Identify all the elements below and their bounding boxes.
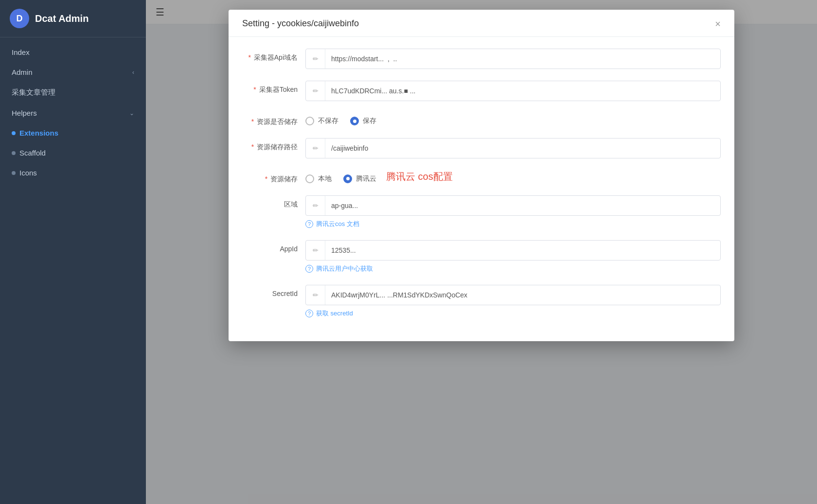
sidebar-item-label: Admin	[12, 68, 33, 76]
appid-input-wrapper: ✏	[305, 240, 721, 261]
resource-path-input-wrapper: ✏	[305, 138, 721, 158]
radio-save[interactable]: 保存	[350, 117, 376, 125]
main-area: ☰ Setting - ycookies/caijiwebinfo × * 采集…	[146, 0, 817, 504]
region-input[interactable]	[325, 197, 720, 214]
secret-id-input-wrapper: ✏	[305, 285, 721, 305]
resource-path-input[interactable]	[325, 140, 720, 156]
sidebar-item-label: Helpers	[12, 109, 37, 117]
sidebar-item-icons[interactable]: Icons	[0, 163, 146, 183]
sidebar-item-label: Extensions	[19, 129, 58, 137]
radio-label-no-save: 不保存	[318, 117, 338, 125]
radio-local[interactable]: 本地	[305, 174, 332, 183]
field-label-resource-storage: * 资源储存	[242, 170, 305, 184]
edit-icon: ✏	[306, 81, 325, 101]
modal-title: Setting - ycookies/caijiwebinfo	[242, 18, 359, 29]
sidebar-item-index[interactable]: Index	[0, 42, 146, 62]
field-resource-path: * 资源储存路径 ✏	[242, 138, 721, 158]
resource-storage-radio-group: 本地 腾讯云	[305, 171, 376, 183]
radio-circle-local	[305, 174, 314, 183]
radio-circle-tencent	[343, 174, 352, 183]
field-label-token: * 采集器Token	[242, 81, 305, 94]
radio-tencent[interactable]: 腾讯云	[343, 174, 376, 183]
radio-no-save[interactable]: 不保存	[305, 117, 338, 125]
region-input-wrapper: ✏	[305, 195, 721, 216]
field-api-domain: * 采集器Api域名 ✏	[242, 49, 721, 69]
api-domain-input-wrapper: ✏	[305, 49, 721, 69]
field-appid: AppId ✏ ? 腾讯云用户中心获取	[242, 240, 721, 273]
radio-label-save: 保存	[363, 117, 376, 125]
modal-body: * 采集器Api域名 ✏ * 采集器Token	[229, 37, 734, 341]
appid-help-link[interactable]: 腾讯云用户中心获取	[316, 264, 373, 273]
sidebar-nav: Index Admin ‹ 采集文章管理 Helpers ⌄ Extension…	[0, 37, 146, 188]
settings-modal: Setting - ycookies/caijiwebinfo × * 采集器A…	[229, 10, 734, 341]
sidebar-item-scaffold[interactable]: Scaffold	[0, 143, 146, 163]
edit-icon: ✏	[306, 196, 325, 215]
chevron-icon: ‹	[132, 69, 134, 76]
edit-icon: ✏	[306, 285, 325, 305]
sidebar: D Dcat Admin Index Admin ‹ 采集文章管理 Helper…	[0, 0, 146, 504]
field-label-region: 区域	[242, 195, 305, 209]
secret-id-help: ? 获取 secretId	[305, 309, 721, 318]
sidebar-header: D Dcat Admin	[0, 0, 146, 37]
help-icon: ?	[305, 220, 313, 228]
field-label-secret-id: SecretId	[242, 285, 305, 297]
dot-icon	[12, 151, 16, 155]
edit-icon: ✏	[306, 49, 325, 69]
sidebar-item-label: Icons	[19, 169, 37, 177]
radio-label-tencent: 腾讯云	[356, 174, 376, 183]
modal-close-button[interactable]: ×	[715, 19, 721, 29]
cos-annotation: 腾讯云 cos配置	[386, 170, 453, 183]
appid-help: ? 腾讯云用户中心获取	[305, 264, 721, 273]
radio-label-local: 本地	[318, 174, 332, 183]
field-label-resource-path: * 资源储存路径	[242, 138, 305, 152]
sidebar-item-label: Scaffold	[19, 149, 46, 157]
chevron-down-icon: ⌄	[129, 110, 134, 117]
radio-circle-no-save	[305, 117, 314, 125]
field-token: * 采集器Token ✏	[242, 81, 721, 101]
sidebar-item-caiji[interactable]: 采集文章管理	[0, 82, 146, 103]
dot-icon	[12, 171, 16, 175]
appid-input[interactable]	[325, 242, 720, 259]
app-name: Dcat Admin	[35, 13, 89, 24]
save-resource-radio-group: 不保存 保存	[305, 113, 721, 125]
secret-id-input[interactable]	[325, 287, 720, 303]
sidebar-item-label: Index	[12, 48, 30, 56]
field-label-api-domain: * 采集器Api域名	[242, 49, 305, 62]
sidebar-item-label: 采集文章管理	[12, 88, 55, 97]
sidebar-item-extensions[interactable]: Extensions	[0, 123, 146, 143]
field-label-save-resource: * 资源是否储存	[242, 113, 305, 126]
secret-id-help-link[interactable]: 获取 secretId	[316, 309, 353, 318]
token-input[interactable]	[325, 83, 720, 99]
field-resource-storage: * 资源储存 本地 腾讯云 腾讯云 cos配置	[242, 170, 721, 184]
help-icon: ?	[305, 265, 313, 273]
modal-header: Setting - ycookies/caijiwebinfo ×	[229, 10, 734, 37]
field-region: 区域 ✏ ? 腾讯云cos 文档	[242, 195, 721, 228]
app-logo: D	[10, 9, 29, 28]
sidebar-item-admin[interactable]: Admin ‹	[0, 62, 146, 82]
field-label-appid: AppId	[242, 240, 305, 253]
edit-icon: ✏	[306, 241, 325, 260]
field-secret-id: SecretId ✏ ? 获取 secretId	[242, 285, 721, 318]
token-input-wrapper: ✏	[305, 81, 721, 101]
active-dot-icon	[12, 131, 16, 135]
edit-icon: ✏	[306, 139, 325, 158]
sidebar-item-helpers[interactable]: Helpers ⌄	[0, 103, 146, 123]
region-help-link[interactable]: 腾讯云cos 文档	[316, 220, 359, 228]
radio-circle-save	[350, 117, 359, 125]
field-save-resource: * 资源是否储存 不保存 保存	[242, 113, 721, 126]
api-domain-input[interactable]	[325, 51, 720, 67]
help-icon: ?	[305, 310, 313, 317]
region-help: ? 腾讯云cos 文档	[305, 220, 721, 228]
